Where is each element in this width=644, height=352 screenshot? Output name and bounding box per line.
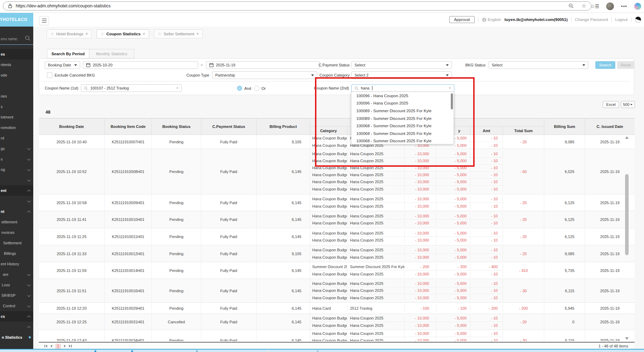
first-page-button[interactable] <box>44 345 47 347</box>
change-password-link[interactable]: Change Password <box>575 17 608 22</box>
sidebar-item[interactable]: ent <box>0 185 33 196</box>
tab-coupon-statistics[interactable]: ☆Coupon Statistics× <box>97 29 149 38</box>
exclude-canceled-checkbox[interactable] <box>47 72 52 78</box>
sidebar-item-label: SR/BSP <box>1 293 15 297</box>
cell-booking-item-code: K25111910014H01 <box>105 262 152 279</box>
cell-amt: - 10 <box>470 186 503 193</box>
sidebar-item[interactable]: ettlement <box>0 217 33 227</box>
sidebar-item[interactable]: es <box>0 49 33 59</box>
coupon-suggestion[interactable]: 100096 - Hana Coupon 2025 <box>351 100 454 107</box>
sidebar-item[interactable]: ng <box>0 164 33 175</box>
sidebar-item[interactable]: are <box>0 269 33 280</box>
coupon-name-1st-input[interactable]: 100107 - 2512 Travlog × <box>81 84 182 92</box>
sidebar-item[interactable]: Billings <box>0 248 33 259</box>
page-size-select[interactable]: 500 <box>621 101 635 108</box>
clear-icon[interactable]: × <box>449 86 451 91</box>
sidebar-item[interactable]: Settlement <box>0 238 33 248</box>
sidebar-item[interactable]: cs <box>0 311 33 322</box>
logout-link[interactable]: Logout <box>615 17 628 22</box>
language-selector[interactable]: English <box>482 17 501 22</box>
coupon-suggestion[interactable]: 100068 - Summer Discount 2025 For Kyle <box>351 137 454 144</box>
coupon-suggestion[interactable]: 100068 - Summer Discount 2025 For Kyle <box>351 130 454 137</box>
favorites-bar-icon[interactable]: ☆☰ <box>590 3 599 9</box>
theme-toggle-icon[interactable] <box>635 16 641 23</box>
sidebar-item[interactable] <box>0 196 33 206</box>
sidebar-item[interactable]: Control <box>0 301 33 311</box>
coupon-suggestion[interactable]: 100089 - Summer Discount 2025 For Kyle <box>351 107 454 115</box>
star-icon[interactable]: ☆ <box>100 31 104 36</box>
sidebar-item[interactable]: rd <box>0 133 33 143</box>
scroll-down-icon[interactable] <box>625 337 629 340</box>
table-scrollbar[interactable] <box>624 136 630 340</box>
next-page-button[interactable] <box>64 345 66 347</box>
copilot-icon[interactable] <box>634 3 641 10</box>
sidebar-item[interactable]: ntents <box>0 59 33 70</box>
sidebar-item[interactable]: oes <box>0 91 33 101</box>
tab-monthly-statistics[interactable]: Monthly Statistics <box>89 49 134 58</box>
date-type-select[interactable]: Booking Date <box>45 61 80 69</box>
scroll-up-icon[interactable] <box>625 136 629 139</box>
date-from-input[interactable]: 2025-10-20 <box>83 61 198 69</box>
star-icon[interactable]: ☆ <box>50 31 54 36</box>
sidebar-search-input[interactable]: enu name. <box>0 33 33 45</box>
coupon-category-label: Coupon Category <box>318 71 350 79</box>
tab-search-by-period[interactable]: Search By Period <box>47 49 89 58</box>
sidebar-item[interactable]: romotion <box>0 122 33 133</box>
close-tab-icon[interactable]: × <box>143 31 145 36</box>
sidebar-item[interactable]: gs <box>0 143 33 154</box>
scrollbar-thumb[interactable] <box>625 174 629 255</box>
zoom-out-icon[interactable] <box>568 3 574 9</box>
coupon-type-select[interactable]: Partnership <box>212 71 317 79</box>
coupon-suggestion[interactable]: 100089 - Summer Discount 2025 For Kyle <box>351 115 454 122</box>
sidebar-item[interactable]: n Statistics <box>0 332 33 343</box>
close-tab-icon[interactable]: × <box>196 31 199 36</box>
coupon-suggestion[interactable]: 100096 - Hana Coupon 2025 <box>351 92 454 100</box>
sidebar-item[interactable] <box>0 175 33 185</box>
coupon-category-select[interactable]: Select 2 <box>351 71 452 79</box>
cell-billing-product: 6,145 <box>257 211 310 228</box>
prev-page-button[interactable] <box>50 345 52 347</box>
excel-export-button[interactable]: Excel <box>603 101 619 108</box>
cell-subsidy: - 5,000 <box>436 315 470 322</box>
sidebar-item[interactable]: Loss <box>0 280 33 290</box>
sidebar-item[interactable]: s <box>0 154 33 164</box>
current-page[interactable]: 1 <box>55 344 61 349</box>
cell-subsidy: - 200 <box>436 264 470 271</box>
sidebar-item-label: ng <box>1 167 5 172</box>
sidebar-item[interactable]: ent History <box>0 259 33 269</box>
or-radio[interactable]: Or <box>254 86 266 91</box>
dropdown-scrollbar-thumb[interactable] <box>451 93 453 109</box>
favorite-star-icon[interactable]: ☆ <box>582 3 586 9</box>
sidebar-item[interactable]: nt <box>0 206 33 217</box>
last-page-button[interactable] <box>69 345 72 347</box>
hamburger-menu-button[interactable] <box>39 16 49 25</box>
date-to-input[interactable]: 2025-11-19 <box>206 61 320 69</box>
close-tab-icon[interactable]: × <box>85 31 88 36</box>
star-icon[interactable]: ☆ <box>158 31 162 36</box>
sidebar-item[interactable]: lotment <box>0 112 33 122</box>
sidebar-item[interactable] <box>0 322 33 332</box>
tab-hotel-bookings[interactable]: ☆Hotel Bookings× <box>47 29 92 38</box>
cpayment-status-select[interactable]: Select <box>351 61 452 69</box>
clear-icon[interactable]: × <box>176 86 178 91</box>
browser-menu-icon[interactable]: ••• <box>621 3 627 9</box>
sidebar-item[interactable]: SR/BSP <box>0 290 33 301</box>
bkg-status-select[interactable]: Select <box>489 61 588 69</box>
sidebar-item[interactable]: s <box>0 101 33 112</box>
filter-panel: Booking Date 2025-10-20 ~ 2025-11-19 C.P… <box>39 58 634 95</box>
approval-button[interactable]: Approval <box>449 16 474 23</box>
coupon-subrow: Hana Coupon Budget 20Hana Coupon 2025- 1… <box>310 254 503 261</box>
reset-button[interactable]: Reset <box>617 61 635 69</box>
cell-booking-date: 2025-11-19 11:59 <box>39 262 105 279</box>
logo: MYHOTEL&CO <box>0 13 33 27</box>
url-bar[interactable]: https://dev-adm.ohmyhotel.com/coupon-sta… <box>3 1 592 10</box>
search-button[interactable]: Search <box>595 61 615 69</box>
coupon-suggestion[interactable]: 100068 - Summer Discount 2025 For Kyle <box>351 122 454 130</box>
cell-booking-date: 2025-11-19 11:33 <box>39 245 105 262</box>
coupon-name-2nd-input[interactable]: hana × <box>351 84 454 92</box>
and-radio[interactable]: ✓ And <box>237 86 251 91</box>
tab-seller-settlement[interactable]: ☆Seller Settlement× <box>154 29 203 38</box>
browser-profile-avatar[interactable] <box>606 2 614 10</box>
sidebar-item[interactable]: ode <box>0 70 33 80</box>
sidebar-item[interactable]: nvoices <box>0 227 33 238</box>
